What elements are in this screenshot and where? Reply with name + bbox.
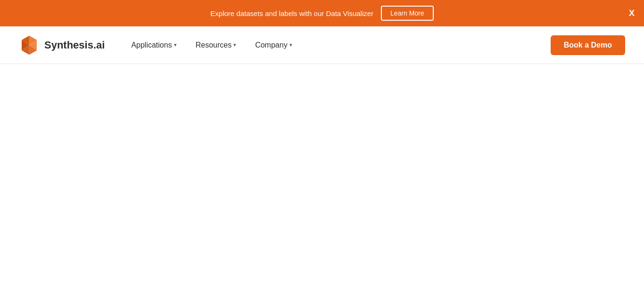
company-label: Company [255,41,287,49]
resources-label: Resources [196,41,231,49]
learn-more-button[interactable]: Learn More [381,6,434,21]
nav-item-company[interactable]: Company ▾ [248,37,299,53]
logo[interactable]: Synthesis.ai [19,35,105,56]
announcement-text: Explore datasets and labels with our Dat… [210,9,373,17]
company-chevron-icon: ▾ [289,42,292,48]
nav-item-applications[interactable]: Applications ▾ [124,37,184,53]
navbar: Synthesis.ai Applications ▾ Resources ▾ … [0,26,644,64]
logo-icon [19,35,40,56]
book-demo-button[interactable]: Book a Demo [551,35,625,55]
nav-links: Applications ▾ Resources ▾ Company ▾ [124,37,550,53]
logo-text: Synthesis.ai [44,39,105,51]
nav-cta: Book a Demo [551,35,625,55]
close-banner-button[interactable]: X [629,9,635,17]
applications-label: Applications [131,41,172,49]
applications-chevron-icon: ▾ [174,42,177,48]
main-content [0,64,644,307]
announcement-banner: Explore datasets and labels with our Dat… [0,0,644,26]
resources-chevron-icon: ▾ [233,42,236,48]
nav-item-resources[interactable]: Resources ▾ [188,37,244,53]
